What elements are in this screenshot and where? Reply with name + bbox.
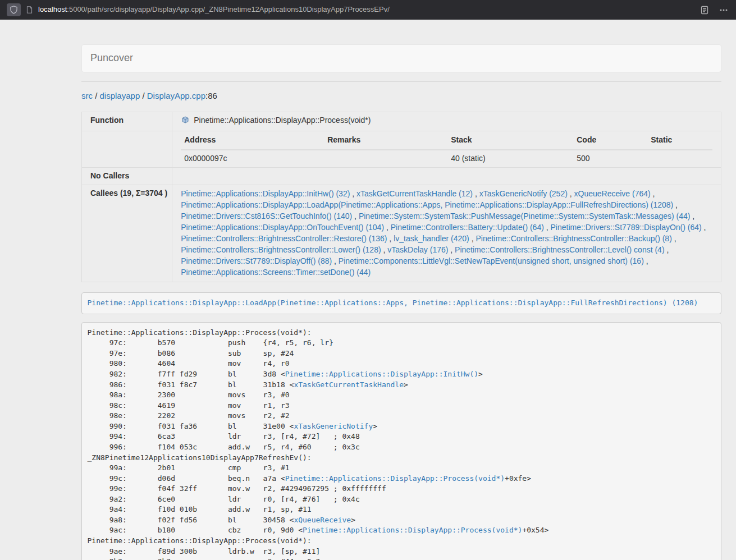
callee-separator: , [469, 234, 476, 243]
stats-value-row: 0x0000097c40 (static)500 [181, 150, 712, 167]
callees-label: Callees (19, Σ=3704 ) [82, 185, 172, 282]
callee-link[interactable]: xTaskGenericNotify (252) [479, 189, 568, 198]
brand-link[interactable]: Puncover [90, 51, 133, 66]
stats-value-remarks [324, 150, 447, 167]
callee-separator: , [448, 245, 455, 254]
page-icon [26, 6, 33, 14]
callee-separator: , [352, 212, 359, 221]
callee-separator: , [387, 234, 394, 243]
callee-separator: , [384, 223, 391, 232]
asm-symbol-link[interactable]: Pinetime::Applications::DisplayApp::Proc… [303, 526, 522, 534]
callee-link[interactable]: Pinetime::Drivers::St7789::DisplayOn() (… [551, 223, 702, 232]
stats-spacer [82, 131, 172, 168]
no-callers-label: No Callers [82, 168, 172, 185]
breadcrumb-separator: / [140, 91, 147, 100]
breadcrumb-link[interactable]: displayapp [100, 91, 140, 100]
callee-separator: , [332, 256, 339, 265]
stats-value-stack: 40 (static) [447, 150, 573, 167]
stats-col-stack: Stack [447, 131, 573, 150]
url-path: :5000/path/src/displayapp/DisplayApp.cpp… [67, 5, 390, 13]
function-icon [181, 116, 190, 128]
reader-view-icon[interactable] [700, 6, 709, 15]
callee-separator: , [702, 223, 706, 232]
callee-separator: , [381, 245, 388, 254]
callee-link[interactable]: Pinetime::Applications::DisplayApp::Init… [181, 189, 350, 198]
ellipsis-menu-icon[interactable] [719, 6, 728, 15]
callee-link[interactable]: xTaskGetCurrentTaskHandle (12) [356, 189, 473, 198]
url-bar[interactable]: localhost:5000/path/src/displayapp/Displ… [38, 4, 695, 15]
callee-link[interactable]: Pinetime::Applications::Screens::Timer::… [181, 268, 371, 277]
callee-link[interactable]: xQueueReceive (764) [574, 189, 651, 198]
disassembly: Pinetime::Applications::DisplayApp::Proc… [81, 322, 721, 560]
stats-table: AddressRemarksStackCodeStatic 0x0000097c… [181, 131, 712, 167]
asm-symbol-link[interactable]: Pinetime::Applications::DisplayApp::Proc… [285, 474, 505, 483]
stats-col-address: Address [181, 131, 324, 150]
stats-cell: AddressRemarksStackCodeStatic 0x0000097c… [172, 131, 721, 168]
stats-value-code: 500 [573, 150, 647, 167]
stats-col-code: Code [573, 131, 647, 150]
breadcrumb: src / displayapp / DisplayApp.cpp:86 [81, 90, 721, 102]
callee-link[interactable]: lv_task_handler (420) [394, 234, 469, 243]
callees-row: Callees (19, Σ=3704 ) Pinetime::Applicat… [82, 185, 721, 282]
stats-row: AddressRemarksStackCodeStatic 0x0000097c… [82, 131, 721, 168]
callee-link[interactable]: Pinetime::Components::LittleVgl::SetNewT… [339, 256, 644, 265]
function-label: Function [82, 112, 172, 131]
function-name-cell: Pinetime::Applications::DisplayApp::Proc… [172, 112, 721, 131]
callees-cell: Pinetime::Applications::DisplayApp::Init… [172, 185, 721, 282]
callee-link[interactable]: vTaskDelay (176) [387, 245, 448, 254]
selected-symbol-link[interactable]: Pinetime::Applications::DisplayApp::Load… [88, 299, 698, 307]
callee-separator: , [672, 234, 676, 243]
function-row: Function Pinetime::Applications::Display… [82, 112, 721, 131]
breadcrumb-link[interactable]: src [81, 91, 93, 100]
callee-link[interactable]: Pinetime::Controllers::BrightnessControl… [181, 245, 381, 254]
divider [81, 81, 721, 82]
callee-separator: , [568, 189, 574, 198]
callee-link[interactable]: Pinetime::Controllers::BrightnessControl… [455, 245, 664, 254]
callee-link[interactable]: Pinetime::Controllers::Battery::Update()… [391, 223, 544, 232]
shield-icon [10, 6, 18, 14]
callee-link[interactable]: Pinetime::Controllers::BrightnessControl… [476, 234, 671, 243]
callee-separator: , [473, 189, 479, 198]
callee-link[interactable]: Pinetime::Drivers::Cst816S::GetTouchInfo… [181, 212, 352, 221]
chrome-actions [700, 6, 729, 15]
tracking-protection-button[interactable] [7, 3, 21, 16]
callee-separator: , [665, 245, 669, 254]
callee-link[interactable]: Pinetime::Applications::DisplayApp::Load… [181, 200, 673, 209]
page-container: Puncover src / displayapp / DisplayApp.c… [81, 20, 721, 560]
navbar: Puncover [81, 44, 721, 72]
callee-link[interactable]: Pinetime::Drivers::St7789::DisplayOff() … [181, 256, 332, 265]
url-host: localhost [38, 5, 67, 13]
callee-separator: , [644, 256, 648, 265]
stats-col-static: Static [647, 131, 712, 150]
callee-separator: , [690, 212, 694, 221]
stats-col-remarks: Remarks [324, 131, 447, 150]
callee-separator: , [544, 223, 551, 232]
asm-symbol-link[interactable]: xTaskGenericNotify [294, 422, 373, 430]
callers-row: No Callers [82, 168, 721, 185]
callee-link[interactable]: Pinetime::Applications::DisplayApp::OnTo… [181, 223, 384, 232]
callers-cell [172, 168, 721, 185]
breadcrumb-separator: / [93, 91, 100, 100]
selected-symbol-box: Pinetime::Applications::DisplayApp::Load… [81, 292, 721, 314]
browser-chrome: localhost:5000/path/src/displayapp/Displ… [0, 0, 736, 20]
callee-separator: , [651, 189, 655, 198]
stats-value-static [647, 150, 712, 167]
callee-separator: , [350, 189, 356, 198]
symbol-table: Function Pinetime::Applications::Display… [81, 112, 721, 282]
stats-value-address: 0x0000097c [181, 150, 324, 167]
callee-link[interactable]: Pinetime::Controllers::BrightnessControl… [181, 234, 387, 243]
function-name: Pinetime::Applications::DisplayApp::Proc… [194, 116, 371, 125]
breadcrumb-link[interactable]: DisplayApp.cpp [147, 91, 205, 100]
asm-symbol-link[interactable]: xTaskGetCurrentTaskHandle [294, 380, 404, 389]
asm-symbol-link[interactable]: Pinetime::Applications::DisplayApp::Init… [285, 370, 478, 378]
breadcrumb-line-number: :86 [205, 91, 217, 100]
callee-separator: , [673, 200, 678, 209]
callee-link[interactable]: Pinetime::System::SystemTask::PushMessag… [359, 212, 691, 221]
asm-symbol-link[interactable]: xQueueReceive [294, 516, 351, 524]
stats-header-row: AddressRemarksStackCodeStatic [181, 131, 712, 150]
